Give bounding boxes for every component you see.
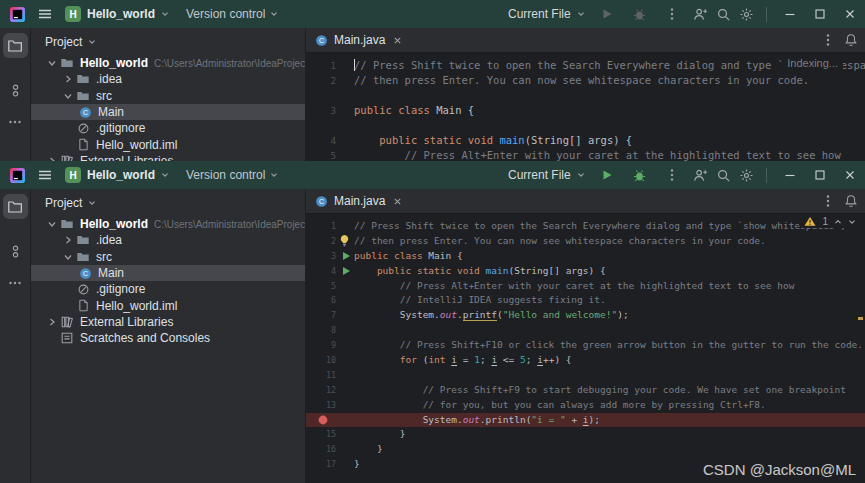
code-line-4[interactable]: 4 public static void main(String[] args)… [306, 264, 865, 279]
code-line-14[interactable]: System.out.println("i = " + i); [306, 413, 865, 428]
code-line-10[interactable]: 10 for (int i = 1; i <= 5; i++) { [306, 353, 865, 368]
chevron-down-icon[interactable] [61, 252, 75, 262]
run-gutter-icon[interactable] [341, 251, 351, 261]
more-toolwindows-button[interactable] [3, 109, 28, 134]
more-toolwindows-button[interactable] [3, 270, 28, 295]
close-button[interactable] [835, 161, 865, 189]
run-configuration-selector[interactable]: Current File [508, 7, 585, 21]
code-line-5[interactable]: 5 // Press Alt+Enter with your caret at … [306, 148, 865, 161]
maximize-button[interactable] [805, 161, 835, 189]
code-editor[interactable]: Indexing... 1// Press Shift twice to ope… [306, 53, 865, 161]
minimize-button[interactable] [775, 161, 805, 189]
code-line-13[interactable]: 13 // for you, but you can always add mo… [306, 398, 865, 413]
tree-item-main[interactable]: CMain [31, 265, 305, 281]
minimize-button[interactable] [775, 0, 805, 28]
code-line-1[interactable]: 1// Press Shift twice to open the Search… [306, 58, 865, 73]
vcs-widget[interactable]: Version control [186, 7, 278, 21]
code-line-9[interactable]: 9 // Press Shift+F10 or click the green … [306, 338, 865, 353]
editor-tab-main-java[interactable]: C Main.java [306, 189, 411, 213]
tree-item-hello-world[interactable]: Hello_worldC:\Users\Administrator\IdeaPr… [31, 55, 305, 71]
tree-item-main[interactable]: CMain [31, 104, 305, 120]
project-widget[interactable]: H Hello_world [65, 167, 169, 183]
code-line-2[interactable]: 2// then press Enter. You can now see wh… [306, 73, 865, 88]
search-everywhere-button[interactable] [712, 0, 735, 28]
notifications-bell-icon[interactable] [844, 33, 858, 47]
next-issue-icon[interactable] [848, 218, 856, 226]
code-line-blank-4[interactable] [306, 118, 865, 133]
more-actions-button[interactable] [662, 161, 682, 189]
structure-toolwindow-button[interactable] [3, 78, 28, 103]
code-with-me-button[interactable] [689, 0, 712, 28]
project-panel-header[interactable]: Project [31, 28, 305, 55]
tree-item-scratches-and-consoles[interactable]: Scratches and Consoles [31, 330, 305, 346]
intention-bulb-icon[interactable] [339, 234, 350, 247]
editor-options-button[interactable] [822, 33, 834, 47]
code-line-5[interactable]: 5 // Press Alt+Enter with your caret at … [306, 279, 865, 294]
maximize-button[interactable] [805, 0, 835, 28]
tree-item--idea[interactable]: .idea [31, 232, 305, 248]
debug-button[interactable] [629, 161, 650, 189]
breakpoint-icon[interactable] [318, 415, 328, 425]
code-editor[interactable]: 1 1// Press Shift twice to open the Sear… [306, 214, 865, 483]
tree-item-hello-world-iml[interactable]: Hello_world.iml [31, 136, 305, 152]
close-button[interactable] [835, 0, 865, 28]
code-line-2[interactable]: 2// then press Enter. You can now see wh… [306, 234, 865, 249]
close-tab-icon[interactable] [393, 36, 402, 45]
code-with-me-button[interactable] [689, 161, 712, 189]
tree-item-external-libraries[interactable]: External Libraries [31, 153, 305, 161]
project-toolwindow-button[interactable] [3, 194, 28, 219]
chevron-down-icon[interactable] [45, 58, 59, 68]
tree-item--gitignore[interactable]: .gitignore [31, 120, 305, 136]
run-gutter-icon[interactable] [341, 266, 351, 276]
editor-tab-main-java[interactable]: C Main.java [306, 28, 411, 52]
main-menu-button[interactable] [34, 0, 56, 28]
main-menu-button[interactable] [34, 161, 56, 189]
project-panel-header[interactable]: Project [31, 189, 305, 216]
tree-item-hello-world-iml[interactable]: Hello_world.iml [31, 297, 305, 313]
code-line-1[interactable]: 1// Press Shift twice to open the Search… [306, 219, 865, 234]
tree-item--idea[interactable]: .idea [31, 71, 305, 87]
code-line-8[interactable]: 8 [306, 323, 865, 338]
tree-item-src[interactable]: src [31, 88, 305, 104]
debug-button[interactable] [629, 0, 650, 28]
search-everywhere-button[interactable] [712, 161, 735, 189]
chevron-right-icon[interactable] [45, 317, 59, 327]
chevron-right-icon[interactable] [61, 74, 75, 84]
previous-issue-icon[interactable] [834, 218, 842, 226]
tree-item-src[interactable]: src [31, 249, 305, 265]
tree-item-label: Hello_world.iml [96, 299, 177, 313]
ignore-icon [75, 283, 91, 296]
tree-item-hello-world[interactable]: Hello_worldC:\Users\Administrator\IdeaPr… [31, 216, 305, 232]
project-toolwindow-button[interactable] [3, 33, 28, 58]
line-number: 3 [306, 103, 336, 118]
code-line-blank-2[interactable] [306, 88, 865, 103]
code-line-16[interactable]: 16 } [306, 442, 865, 457]
chevron-down-icon[interactable] [45, 219, 59, 229]
code-line-11[interactable]: 11 [306, 368, 865, 383]
code-line-3[interactable]: 3public class Main { [306, 249, 865, 264]
tree-item-external-libraries[interactable]: External Libraries [31, 314, 305, 330]
error-stripe-warning-mark[interactable] [858, 317, 863, 320]
notifications-bell-icon[interactable] [844, 194, 858, 208]
code-line-4[interactable]: 4 public static void main(String[] args)… [306, 133, 865, 148]
editor-options-button[interactable] [822, 194, 834, 208]
run-configuration-selector[interactable]: Current File [508, 168, 585, 182]
code-line-6[interactable]: 6 // IntelliJ IDEA suggests fixing it. [306, 293, 865, 308]
code-line-15[interactable]: 15 } [306, 427, 865, 442]
settings-button[interactable] [735, 0, 758, 28]
project-widget[interactable]: H Hello_world [65, 6, 169, 22]
more-actions-button[interactable] [662, 0, 682, 28]
code-line-12[interactable]: 12 // Press Shift+F9 to start debugging … [306, 383, 865, 398]
code-line-7[interactable]: 7 System.out.printf("Hello and welcome!"… [306, 308, 865, 323]
vcs-widget[interactable]: Version control [186, 168, 278, 182]
run-button[interactable] [597, 161, 617, 189]
run-button[interactable] [597, 0, 617, 28]
chevron-right-icon[interactable] [61, 235, 75, 245]
inspections-widget[interactable]: 1 [799, 215, 861, 228]
structure-toolwindow-button[interactable] [3, 239, 28, 264]
chevron-down-icon[interactable] [61, 91, 75, 101]
code-line-3[interactable]: 3public class Main { [306, 103, 865, 118]
tree-item--gitignore[interactable]: .gitignore [31, 281, 305, 297]
settings-button[interactable] [735, 161, 758, 189]
close-tab-icon[interactable] [393, 197, 402, 206]
